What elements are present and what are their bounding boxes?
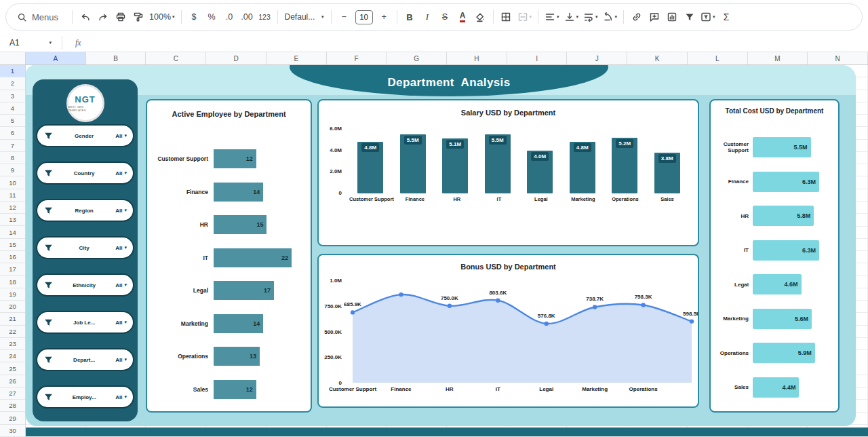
bar[interactable]: 12 xyxy=(214,149,256,168)
column-header-G[interactable]: G xyxy=(387,52,447,64)
italic-button[interactable]: I xyxy=(419,8,436,26)
row-header-20[interactable]: 20 xyxy=(0,301,25,313)
strikethrough-button[interactable]: S xyxy=(437,8,454,26)
bar[interactable]: 17 xyxy=(214,281,274,300)
insert-link-button[interactable] xyxy=(628,8,645,26)
row-header-18[interactable]: 18 xyxy=(0,276,25,288)
percent-button[interactable]: % xyxy=(203,8,220,26)
row-header-1[interactable]: 1 xyxy=(0,65,25,77)
select-all-corner[interactable] xyxy=(0,52,26,64)
bar[interactable]: 12 xyxy=(214,380,256,399)
bar[interactable]: 4.4M xyxy=(753,377,799,398)
bar[interactable]: 4.6M xyxy=(753,274,802,294)
row-header-10[interactable]: 10 xyxy=(0,176,25,189)
row-header-14[interactable]: 14 xyxy=(0,226,25,238)
data-point[interactable] xyxy=(641,303,645,307)
column-header-B[interactable]: B xyxy=(86,52,146,64)
menus-button[interactable]: Menus xyxy=(13,7,68,27)
row-header-12[interactable]: 12 xyxy=(0,202,25,214)
data-point[interactable] xyxy=(545,322,549,326)
font-select[interactable]: Defaul... ▾ xyxy=(282,8,327,26)
bar[interactable]: 15 xyxy=(214,215,267,234)
data-point[interactable] xyxy=(399,292,403,297)
vertical-align-button[interactable]: ▾ xyxy=(562,8,581,26)
bar[interactable]: 3.8M xyxy=(654,153,680,193)
row-header-16[interactable]: 16 xyxy=(0,251,25,263)
filter-slicer-gender[interactable]: GenderAll▾ xyxy=(36,124,134,147)
row-header-6[interactable]: 6 xyxy=(0,127,25,139)
bar[interactable]: 22 xyxy=(214,248,292,267)
column-header-F[interactable]: F xyxy=(327,52,387,64)
bar[interactable]: 6.3M xyxy=(753,240,819,261)
bold-button[interactable]: B xyxy=(401,8,418,26)
row-header-15[interactable]: 15 xyxy=(0,239,25,251)
borders-button[interactable] xyxy=(498,8,515,26)
currency-button[interactable]: $ xyxy=(186,8,203,26)
insert-comment-button[interactable] xyxy=(646,8,663,26)
column-header-E[interactable]: E xyxy=(267,52,327,64)
row-header-8[interactable]: 8 xyxy=(0,152,25,164)
row-header-30[interactable]: 30 xyxy=(0,425,25,437)
horizontal-align-button[interactable]: ▾ xyxy=(542,8,561,26)
row-header-7[interactable]: 7 xyxy=(0,140,25,152)
redo-button[interactable] xyxy=(94,8,111,26)
insert-chart-button[interactable] xyxy=(663,8,680,26)
row-header-28[interactable]: 28 xyxy=(0,400,25,412)
functions-button[interactable]: Σ xyxy=(718,8,735,26)
row-header-25[interactable]: 25 xyxy=(0,362,25,375)
column-header-I[interactable]: I xyxy=(507,52,568,64)
row-header-4[interactable]: 4 xyxy=(0,102,25,115)
spreadsheet-grid[interactable]: Department Analysis NGT NEXT GEN TEMPLAT… xyxy=(26,65,868,437)
zoom-select[interactable]: 100% ▾ xyxy=(147,8,177,26)
data-point[interactable] xyxy=(690,319,694,323)
fill-color-button[interactable] xyxy=(472,8,489,26)
filter-slicer-region[interactable]: RegionAll▾ xyxy=(36,199,134,222)
row-header-11[interactable]: 11 xyxy=(0,189,25,202)
column-header-H[interactable]: H xyxy=(447,52,507,64)
bar[interactable]: 4.8M xyxy=(357,142,383,193)
column-header-L[interactable]: L xyxy=(688,52,748,64)
row-header-27[interactable]: 27 xyxy=(0,387,25,400)
bar[interactable]: 4.0M xyxy=(527,151,553,193)
bar[interactable]: 5.8M xyxy=(753,206,814,226)
bar[interactable]: 5.1M xyxy=(442,138,468,193)
row-header-26[interactable]: 26 xyxy=(0,375,25,387)
column-header-C[interactable]: C xyxy=(146,52,206,64)
filter-slicer-joble[interactable]: Job Le...All▾ xyxy=(36,311,134,334)
row-header-2[interactable]: 2 xyxy=(0,77,25,90)
filter-slicer-ethnicity[interactable]: EthnicityAll▾ xyxy=(36,273,134,297)
text-wrap-button[interactable]: ▾ xyxy=(581,8,600,26)
text-color-button[interactable]: A xyxy=(454,8,471,26)
row-header-9[interactable]: 9 xyxy=(0,164,25,176)
filter-slicer-city[interactable]: CityAll▾ xyxy=(36,236,134,259)
row-header-24[interactable]: 24 xyxy=(0,350,25,362)
paint-format-button[interactable] xyxy=(130,8,146,26)
data-point[interactable] xyxy=(448,304,452,308)
bar[interactable]: 5.2M xyxy=(612,138,637,193)
column-header-K[interactable]: K xyxy=(627,52,688,64)
bar[interactable]: 5.5M xyxy=(400,134,426,193)
filter-slicer-employ[interactable]: Employ...All▾ xyxy=(36,385,134,408)
row-header-29[interactable]: 29 xyxy=(0,412,25,424)
bar[interactable]: 5.6M xyxy=(753,309,812,329)
row-header-22[interactable]: 22 xyxy=(0,326,25,338)
column-header-D[interactable]: D xyxy=(206,52,267,64)
bar[interactable]: 6.3M xyxy=(753,172,819,192)
row-header-13[interactable]: 13 xyxy=(0,214,25,226)
data-point[interactable] xyxy=(496,299,500,303)
bar[interactable]: 5.5M xyxy=(485,134,511,193)
number-format-button[interactable]: 123 xyxy=(256,8,273,26)
bar[interactable]: 5.5M xyxy=(753,137,811,157)
bar[interactable]: 4.8M xyxy=(570,142,595,193)
filter-views-button[interactable]: ▾ xyxy=(698,8,717,26)
column-header-M[interactable]: M xyxy=(748,52,808,64)
filter-slicer-depart[interactable]: Depart...All▾ xyxy=(36,348,134,371)
data-point[interactable] xyxy=(593,305,597,309)
bar[interactable]: 5.9M xyxy=(753,343,815,363)
decrease-font-size-button[interactable]: − xyxy=(336,8,353,26)
undo-button[interactable] xyxy=(77,8,94,26)
bar[interactable]: 14 xyxy=(214,183,263,202)
column-header-J[interactable]: J xyxy=(567,52,627,64)
print-button[interactable] xyxy=(112,8,129,26)
row-header-3[interactable]: 3 xyxy=(0,90,25,102)
